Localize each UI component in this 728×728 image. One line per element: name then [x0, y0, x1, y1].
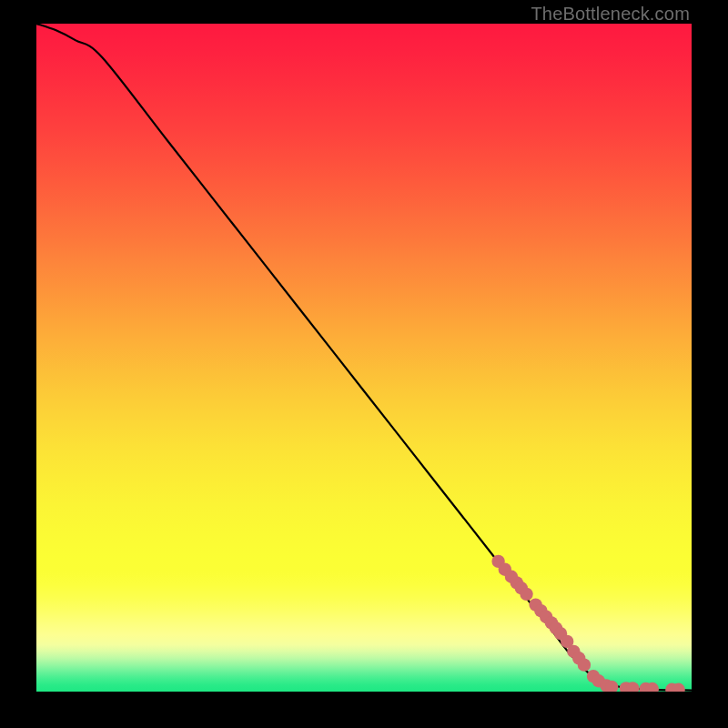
plot-area — [36, 24, 692, 692]
bottleneck-curve — [36, 24, 692, 691]
chart-svg — [36, 24, 692, 692]
curve-marker — [520, 588, 532, 601]
chart-stage: TheBottleneck.com — [0, 0, 728, 728]
curve-marker — [578, 658, 591, 671]
watermark-text: TheBottleneck.com — [531, 4, 690, 25]
curve-markers — [491, 555, 684, 692]
